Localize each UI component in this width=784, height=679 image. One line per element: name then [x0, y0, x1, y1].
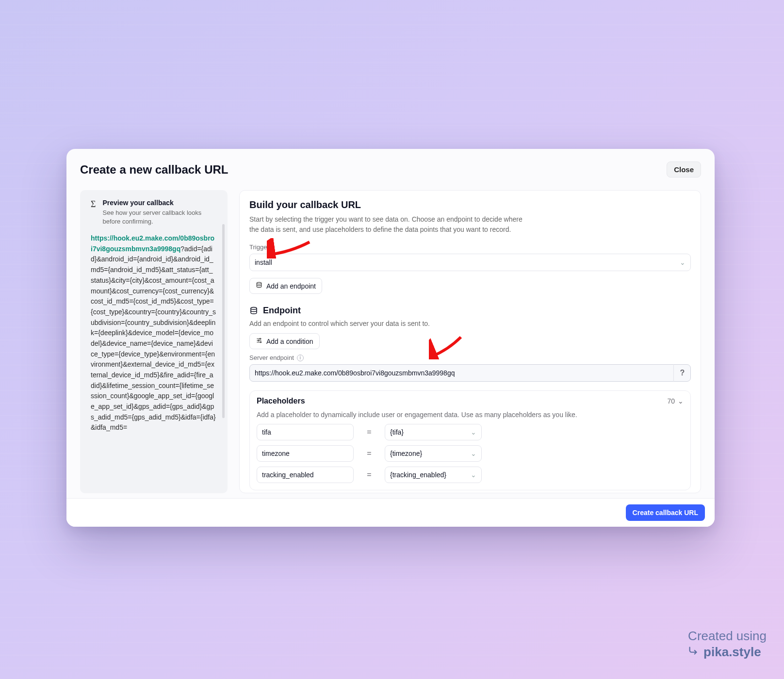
- server-endpoint-label: Server endpoint: [249, 354, 294, 361]
- equals-label: =: [362, 449, 376, 458]
- return-arrow-icon: [688, 644, 699, 660]
- trigger-label: Trigger: [249, 243, 691, 251]
- database-icon: [249, 307, 258, 315]
- preview-title: Preview your callback: [102, 199, 214, 207]
- build-panel: Build your callback URL Start by selecti…: [239, 190, 701, 493]
- sigma-icon: Σ: [91, 200, 96, 226]
- chevron-down-icon: ⌄: [471, 471, 476, 479]
- equals-label: =: [362, 470, 376, 479]
- modal-footer: Create callback URL: [66, 498, 715, 527]
- help-button[interactable]: ?: [673, 364, 691, 382]
- add-condition-button[interactable]: Add a condition: [249, 333, 320, 349]
- placeholder-key-input[interactable]: [257, 445, 354, 462]
- placeholders-count-toggle[interactable]: 70 ⌄: [667, 397, 684, 405]
- chevron-down-icon: ⌄: [471, 428, 476, 436]
- placeholder-row: = {timezone} ⌄: [257, 445, 684, 462]
- placeholder-key-input[interactable]: [257, 424, 354, 440]
- build-heading: Build your callback URL: [249, 199, 691, 210]
- trigger-value: install: [255, 259, 272, 266]
- chevron-down-icon: ⌄: [678, 397, 684, 405]
- add-endpoint-button[interactable]: Add an endpoint: [249, 278, 322, 294]
- preview-url[interactable]: https://hook.eu2.make.com/0b89osbroi7vi8…: [91, 233, 219, 433]
- add-condition-label: Add a condition: [266, 338, 313, 345]
- create-callback-button[interactable]: Create callback URL: [626, 504, 705, 521]
- placeholders-help: Add a placeholder to dynamically include…: [257, 410, 684, 420]
- svg-point-3: [258, 340, 259, 341]
- preview-subtitle: See how your server callback looks befor…: [102, 209, 214, 226]
- server-endpoint-input[interactable]: [249, 364, 691, 382]
- chevron-down-icon: ⌄: [680, 259, 686, 266]
- placeholder-row: = {tifa} ⌄: [257, 424, 684, 440]
- watermark-brand: pika.style: [703, 644, 761, 660]
- add-endpoint-label: Add an endpoint: [266, 282, 316, 290]
- chevron-down-icon: ⌄: [471, 450, 476, 457]
- svg-point-4: [260, 341, 261, 342]
- modal: Create a new callback URL Close Σ Previe…: [66, 149, 715, 527]
- watermark-created: Created using: [688, 628, 767, 644]
- close-button[interactable]: Close: [667, 162, 701, 178]
- trigger-select[interactable]: install ⌄: [249, 254, 691, 271]
- build-lede: Start by selecting the trigger you want …: [249, 214, 526, 235]
- endpoint-heading: Endpoint: [263, 306, 301, 316]
- placeholder-row: = {tracking_enabled} ⌄: [257, 467, 684, 483]
- svg-point-1: [251, 307, 257, 309]
- equals-label: =: [362, 428, 376, 436]
- svg-point-0: [257, 282, 261, 284]
- svg-point-2: [260, 338, 261, 339]
- modal-header: Create a new callback URL Close: [66, 149, 715, 178]
- preview-query: ?adid={adid}&android_id={android_id}&and…: [91, 245, 216, 432]
- database-icon: [256, 282, 262, 290]
- page-title: Create a new callback URL: [80, 163, 228, 177]
- sliders-icon: [256, 337, 262, 345]
- placeholder-key-input[interactable]: [257, 467, 354, 483]
- placeholders-panel: Placeholders 70 ⌄ Add a placeholder to d…: [249, 390, 691, 490]
- placeholders-heading: Placeholders: [257, 397, 305, 405]
- endpoint-sub: Add an endpoint to control which server …: [249, 320, 691, 327]
- placeholder-value-select[interactable]: {tifa} ⌄: [385, 424, 482, 440]
- callback-preview-panel: Σ Preview your callback See how your ser…: [80, 190, 228, 493]
- placeholder-value-select[interactable]: {tracking_enabled} ⌄: [385, 467, 482, 483]
- placeholder-value-select[interactable]: {timezone} ⌄: [385, 445, 482, 462]
- scrollbar[interactable]: [222, 224, 225, 418]
- watermark: Created using pika.style: [688, 628, 767, 660]
- info-icon[interactable]: i: [297, 355, 304, 361]
